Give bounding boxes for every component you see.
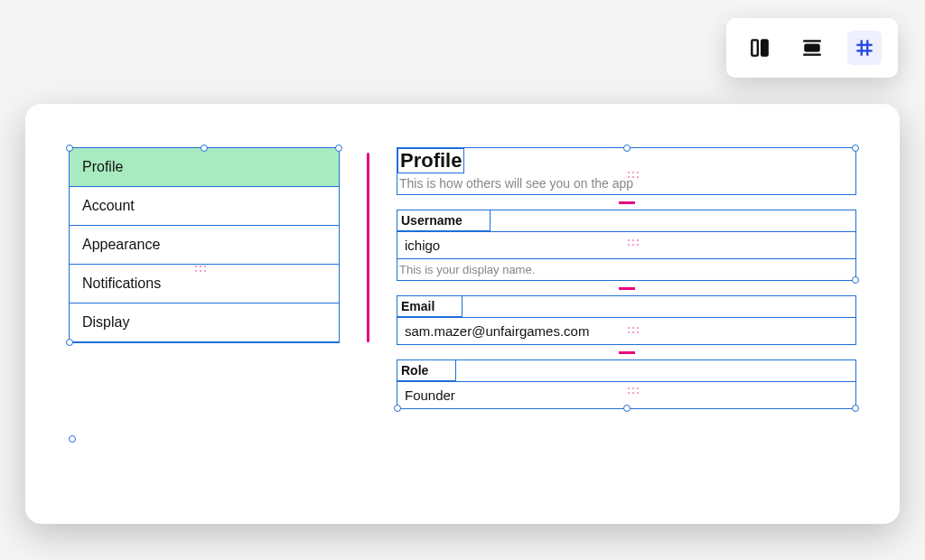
settings-sidebar: Profile Account Appearance Notifications… [69,147,340,488]
grid-layout-button[interactable] [847,31,882,65]
selection-handle-icon[interactable] [623,405,631,412]
section-title: Profile [397,148,464,173]
selection-handle-icon[interactable] [852,405,859,412]
selection-handle-icon[interactable] [66,145,73,152]
section-subtitle: This is how others will see you on the a… [397,173,855,194]
layout-toolbar [726,18,898,78]
columns-icon [748,36,771,60]
drag-handle-icon[interactable] [628,327,639,338]
spacing-indicator-icon[interactable] [397,195,856,210]
drag-handle-icon[interactable] [628,172,639,182]
role-field-group: Role Founder [397,359,856,409]
selection-handle-icon[interactable] [201,145,208,152]
sidebar-item-appearance[interactable]: Appearance [70,226,339,265]
username-helper-text: This is your display name. [397,258,855,280]
selection-handle-icon[interactable] [623,145,631,152]
drag-handle-icon[interactable] [628,387,639,398]
svg-rect-0 [752,40,758,55]
svg-rect-3 [805,45,818,51]
username-input[interactable]: ichigo [397,231,855,258]
email-field-group: Email sam.mazer@unfairgames.com [397,295,856,345]
section-header-box: Profile This is how others will see you … [397,147,856,195]
rows-layout-button[interactable] [795,31,829,65]
username-label: Username [397,210,491,231]
selection-handle-icon[interactable] [66,339,73,346]
spacing-indicator-icon[interactable] [397,281,856,295]
selection-handle-icon[interactable] [394,405,401,412]
drag-handle-icon[interactable] [628,239,639,250]
layout-divider[interactable] [367,153,369,342]
columns-layout-button[interactable] [743,31,777,65]
selection-handle-icon[interactable] [852,145,859,152]
role-label: Role [397,360,456,381]
sidebar-nav-list: Profile Account Appearance Notifications… [69,147,340,343]
sidebar-item-profile[interactable]: Profile [70,148,339,187]
rows-icon [800,36,824,60]
profile-form-panel: Profile This is how others will see you … [397,147,856,488]
spacing-indicator-icon[interactable] [397,345,856,359]
drag-handle-icon[interactable] [195,266,206,276]
email-label: Email [397,296,462,317]
sidebar-item-display[interactable]: Display [70,303,339,342]
username-field-group: Username ichigo This is your display nam… [397,210,856,281]
grid-icon [853,36,876,60]
email-input[interactable]: sam.mazer@unfairgames.com [397,317,855,344]
canvas-card: Profile Account Appearance Notifications… [25,104,900,524]
sidebar-item-account[interactable]: Account [70,187,339,226]
svg-rect-1 [761,40,768,55]
selection-handle-icon[interactable] [335,145,342,152]
selection-handle-icon[interactable] [69,435,76,443]
